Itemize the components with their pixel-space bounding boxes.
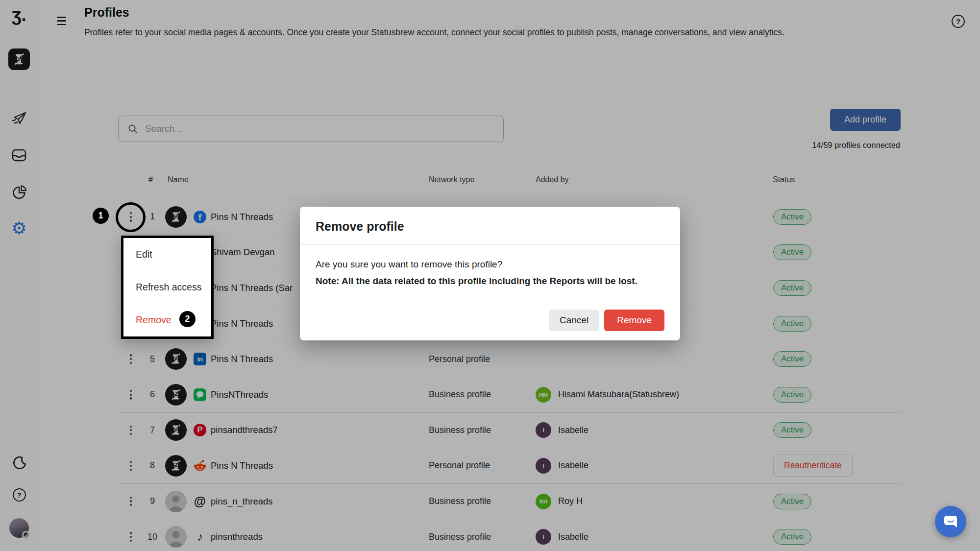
- annotation-circle-kebab: [116, 202, 146, 232]
- remove-profile-modal: Remove profile Are you sure you want to …: [300, 207, 680, 340]
- menu-item-refresh-access[interactable]: Refresh access: [123, 271, 211, 304]
- remove-button[interactable]: Remove: [604, 310, 664, 331]
- chat-bubble-icon: [942, 513, 959, 530]
- app-root: ʒ.: [0, 0, 980, 551]
- modal-body-text: Are you sure you want to remove this pro…: [316, 258, 664, 271]
- annotation-step-2: 2: [179, 311, 196, 327]
- modal-note-text: Note: All the data related to this profi…: [316, 274, 664, 288]
- chat-launcher-button[interactable]: [935, 506, 966, 537]
- menu-item-remove[interactable]: Remove: [123, 304, 211, 336]
- cancel-button[interactable]: Cancel: [549, 310, 599, 331]
- annotation-step-1: 1: [93, 208, 109, 224]
- menu-item-edit[interactable]: Edit: [123, 238, 211, 271]
- row-context-menu: Edit Refresh access Remove: [121, 236, 214, 339]
- modal-title: Remove profile: [316, 219, 664, 234]
